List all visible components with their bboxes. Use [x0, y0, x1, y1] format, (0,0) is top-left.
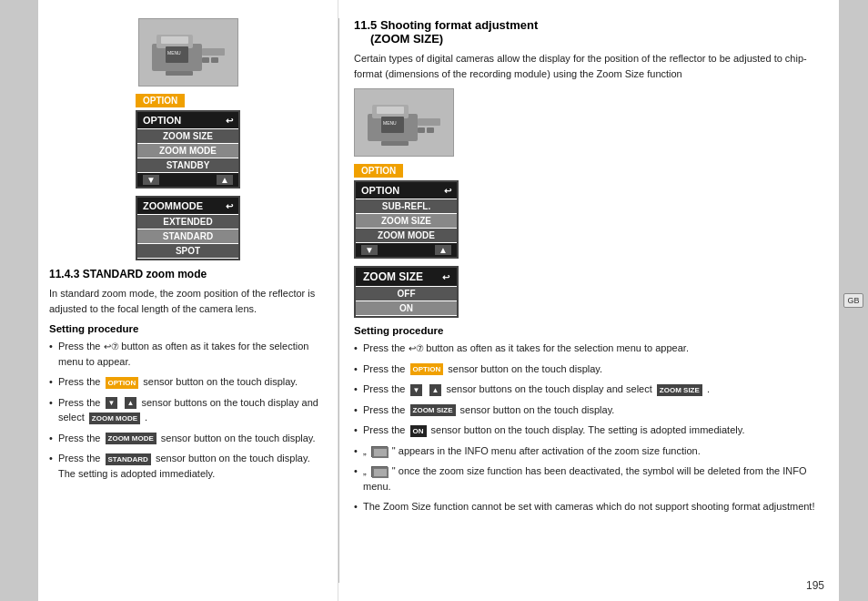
bullet-3-before-right: Press the — [363, 383, 405, 394]
zoomsize-return-icon-right: ↩ — [442, 272, 449, 282]
arrow-down-right: ▼ — [361, 245, 378, 255]
bullet-5-right: Press the ON sensor button on the touch … — [354, 423, 828, 438]
bullet-2-before-left: Press the — [58, 376, 100, 387]
svg-rect-4 — [202, 57, 209, 63]
bullet-4-before-right: Press the — [363, 404, 405, 415]
zoommode-header-text-left: ZOOMMODE — [143, 200, 203, 211]
option-menu-header-left: OPTION ↩ — [137, 112, 238, 128]
section-subtitle-right: (ZOOM SIZE) — [354, 32, 443, 46]
option-menu-header-right: OPTION ↩ — [356, 182, 457, 199]
standard-badge-b5-left: STANDARD — [106, 453, 151, 465]
bullet-5-before-left: Press the — [58, 453, 100, 463]
menu-item-zoom-size-left: ZOOM SIZE — [137, 129, 238, 143]
svg-rect-17 — [381, 141, 409, 146]
return-icon-b1-left: ↩⑦ — [104, 341, 122, 351]
menu-item-zoommode-right: ZOOM MODE — [356, 229, 457, 242]
landscape-icon2-right — [371, 466, 388, 477]
device-illustration-right: MENU — [354, 88, 454, 157]
menu-item-standard-left: STANDARD — [137, 229, 238, 243]
bullet-1-right: Press the ↩⑦ button as often as it takes… — [354, 341, 828, 356]
bullet-8-right: The Zoom Size function cannot be set wit… — [354, 499, 828, 514]
bullet-6-before-right: „ — [363, 445, 367, 456]
setting-proc-left: Setting procedure — [49, 323, 327, 334]
right-sidebar: GB — [839, 0, 868, 601]
zoommode-header-left: ZOOMMODE ↩ — [137, 198, 238, 214]
bullet-1-before-right: Press the — [363, 342, 405, 353]
option-orange-tag-left: OPTION — [136, 94, 185, 107]
svg-rect-3 — [161, 36, 188, 44]
menu-item-standby-left: STANDBY — [137, 158, 238, 172]
bullet-7-before-right: „ — [363, 465, 367, 476]
left-sidebar — [0, 0, 38, 601]
bullet-1-after-right: button as often as it takes for the sele… — [426, 342, 689, 353]
landscape-icon-right — [371, 446, 388, 457]
option-label-right: OPTION — [354, 164, 459, 178]
menu-item-on-right: ON — [356, 301, 457, 315]
device-illustration-left: MENU — [138, 18, 238, 87]
bullet-4-left: Press the ZOOM MODE sensor button on the… — [49, 431, 327, 446]
flash-device-svg-left: MENU — [147, 25, 229, 80]
zoommode-badge-b4-left: ZOOM MODE — [106, 433, 156, 444]
zoommode-badge-b3-left: ZOOM MODE — [89, 413, 140, 424]
bullet-3-end-right: . — [707, 383, 710, 394]
intro-text-right: Certain types of digital cameras allow t… — [354, 51, 828, 81]
section-title-right: 11.5 Shooting format adjustment (ZOOM SI… — [354, 18, 828, 46]
bullet-5-extra-left: The setting is adopted immediately. — [58, 468, 215, 479]
bullet-1-left: Press the ↩⑦ button as often as it takes… — [49, 339, 327, 369]
svg-rect-5 — [211, 57, 218, 63]
svg-text:MENU: MENU — [167, 50, 181, 56]
bullet-3-left: Press the ▼ ▲ sensor buttons on the touc… — [49, 395, 327, 425]
return-icon-right: ↩ — [444, 186, 451, 196]
bullet-5-after-right: sensor button on the touch display. The … — [431, 424, 745, 435]
menu-item-extended-left: EXTENDED — [137, 215, 238, 229]
main-content: MENU OPTION OPTION ↩ ZOOM SIZE ZOOM MODE… — [38, 0, 839, 601]
arrow-up-right: ▲ — [435, 245, 451, 255]
bullet-8-text-right: The Zoom Size function cannot be set wit… — [363, 501, 814, 512]
right-column: 11.5 Shooting format adjustment (ZOOM SI… — [339, 0, 839, 601]
return-icon-b1-right: ↩⑦ — [409, 343, 427, 353]
zoomsize-badge-b3-right: ZOOM SIZE — [657, 384, 702, 396]
section-title-text-right: 11.5 Shooting format adjustment — [354, 18, 538, 32]
up-badge-b3-left: ▲ — [125, 397, 137, 409]
bullet-2-left: Press the OPTION sensor button on the to… — [49, 374, 327, 390]
bullet-3-end-left: . — [145, 412, 147, 423]
arrow-down-left: ▼ — [143, 175, 159, 185]
option-menu-left: OPTION ↩ ZOOM SIZE ZOOM MODE STANDBY ▼ ▲ — [136, 110, 240, 188]
on-badge-b5-right: ON — [410, 425, 427, 437]
menu-item-subrefl-right: SUB-REFL. — [356, 199, 457, 213]
option-label-left: OPTION — [136, 94, 240, 108]
menu-item-zoomsize-right: ZOOM SIZE — [356, 214, 457, 228]
down-badge-b3-right: ▼ — [410, 384, 423, 396]
option-badge-b2-left: OPTION — [106, 377, 139, 389]
bullet-2-after-left: sensor button on the touch display. — [143, 376, 298, 387]
intro-text-left: In standard zoom mode, the zoom position… — [49, 286, 327, 316]
bullet-4-right: Press the ZOOM SIZE sensor button on the… — [354, 402, 828, 418]
down-badge-b3-left: ▼ — [106, 397, 118, 409]
page-number: 195 — [806, 579, 824, 592]
left-column: MENU OPTION OPTION ↩ ZOOM SIZE ZOOM MODE… — [38, 0, 338, 601]
bullet-5-left: Press the STANDARD sensor button on the … — [49, 451, 327, 481]
svg-rect-19 — [374, 449, 387, 456]
up-badge-b3-right: ▲ — [429, 384, 442, 396]
svg-rect-10 — [418, 118, 440, 126]
bullet-2-right: Press the OPTION sensor button on the to… — [354, 362, 828, 377]
return-icon-left: ↩ — [226, 116, 233, 126]
bullet-4-before-left: Press the — [58, 433, 100, 443]
svg-rect-14 — [427, 127, 434, 133]
bullet-3-middle-right: sensor buttons on the touch display and … — [447, 383, 652, 394]
zoommode-menu-left: ZOOMMODE ↩ EXTENDED STANDARD SPOT — [136, 196, 240, 260]
svg-rect-8 — [166, 71, 193, 76]
zoomsize-badge-b4-right: ZOOM SIZE — [410, 404, 456, 416]
zoommode-return-icon-left: ↩ — [226, 201, 233, 211]
menu-item-zoom-mode-left: ZOOM MODE — [137, 144, 238, 158]
option-menu-header-text-left: OPTION — [143, 115, 181, 126]
bullet-2-after-right: sensor button on the touch display. — [448, 363, 602, 374]
bullet-2-before-right: Press the — [363, 363, 405, 374]
svg-text:MENU: MENU — [383, 120, 397, 126]
bullet-1-before-left: Press the — [58, 341, 100, 351]
section-title-left: 11.4.3 STANDARD zoom mode — [49, 268, 327, 280]
gb-badge: GB — [843, 293, 863, 308]
menu-item-spot-left: SPOT — [137, 244, 238, 258]
bullet-7-right: „ " once the zoom size function has been… — [354, 463, 828, 494]
bullet-3-before-left: Press the — [58, 397, 100, 408]
